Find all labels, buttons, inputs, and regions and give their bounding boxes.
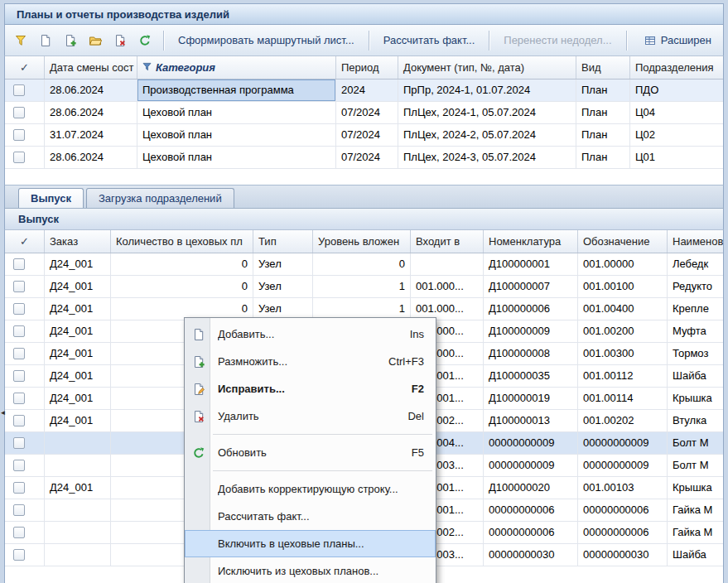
plans-cell: 31.07.2024 bbox=[45, 124, 137, 147]
row-checkbox[interactable] bbox=[13, 84, 25, 96]
output-cell: 001.00300 bbox=[578, 343, 668, 365]
output-cell: 0 bbox=[313, 253, 411, 276]
row-checkbox[interactable] bbox=[13, 460, 25, 471]
output-cell: 001.00400 bbox=[578, 298, 668, 320]
plans-column-header-3[interactable]: Документ (тип, №, дата) bbox=[398, 56, 576, 79]
generate-route-sheet-button[interactable]: Сформировать маршрутный лист... bbox=[171, 30, 361, 51]
menu-item-label: Исправить... bbox=[218, 383, 285, 395]
row-checkbox[interactable] bbox=[13, 107, 25, 118]
context-menu-item-include-in-shop-plans[interactable]: Включить в цеховые планы... bbox=[185, 530, 436, 557]
plans-row[interactable]: 28.06.2024Цеховой план07/2024ПлЦех, 2024… bbox=[5, 102, 723, 124]
plans-cell: Цеховой план bbox=[137, 102, 336, 124]
output-column-header-3[interactable]: Уровень вложен bbox=[313, 230, 411, 253]
output-cell: 001.00200 bbox=[578, 320, 668, 343]
context-menu-item-refresh[interactable]: ОбновитьF5 bbox=[185, 439, 436, 466]
row-checkbox-cell bbox=[5, 124, 45, 147]
menu-item-shortcut: Ctrl+F3 bbox=[378, 355, 424, 368]
row-checkbox-cell bbox=[5, 544, 45, 566]
output-cell: 00000000006 bbox=[484, 499, 578, 522]
menu-item-label: Обновить bbox=[218, 446, 267, 459]
filter-icon[interactable] bbox=[10, 30, 31, 51]
output-column-header-5[interactable]: Номенклатура bbox=[484, 230, 578, 253]
output-cell bbox=[45, 544, 111, 566]
open-folder-icon[interactable] bbox=[84, 30, 106, 51]
menu-separator bbox=[213, 434, 432, 435]
output-column-header-2[interactable]: Тип bbox=[253, 230, 313, 253]
output-cell: 001.000... bbox=[411, 276, 484, 298]
output-cell: 001.00202 bbox=[578, 410, 668, 432]
row-checkbox[interactable] bbox=[13, 415, 25, 426]
menu-item-shortcut: Del bbox=[398, 410, 424, 422]
output-column-header-1[interactable]: Количество в цеховых пл bbox=[111, 230, 253, 253]
output-cell bbox=[45, 499, 111, 522]
output-cell: Крышка bbox=[668, 477, 724, 499]
context-menu-item-add[interactable]: Добавить...Ins bbox=[185, 320, 436, 348]
output-cell bbox=[411, 253, 484, 276]
plans-cell: План bbox=[576, 147, 630, 169]
transfer-backlog-button[interactable]: Перенести недодел... bbox=[497, 30, 618, 51]
row-checkbox[interactable] bbox=[13, 527, 25, 538]
row-checkbox-cell bbox=[5, 365, 45, 388]
menu-item-label: Добавить... bbox=[218, 328, 274, 340]
output-column-header-6[interactable]: Обозначение bbox=[578, 230, 668, 253]
output-column-header-0[interactable]: Заказ bbox=[45, 230, 111, 253]
tab-zagruzka-podrazdeleniy[interactable]: Загрузка подразделений bbox=[86, 188, 234, 208]
toolbar-icon-group bbox=[10, 30, 156, 51]
plans-column-header-5[interactable]: Подразделения bbox=[630, 56, 724, 79]
delete-document-icon[interactable] bbox=[109, 30, 131, 51]
context-menu-item-delete[interactable]: УдалитьDel bbox=[185, 402, 436, 430]
refresh-icon[interactable] bbox=[134, 30, 156, 51]
plans-column-header-4[interactable]: Вид bbox=[576, 56, 630, 79]
calculate-fact-button[interactable]: Рассчитать факт... bbox=[377, 30, 482, 51]
row-checkbox-cell bbox=[5, 343, 45, 365]
plans-cell: ПДО bbox=[630, 80, 724, 102]
plans-row[interactable]: 28.06.2024Цеховой план07/2024ПлЦех, 2024… bbox=[5, 147, 723, 169]
plans-column-header-1[interactable]: Категория bbox=[137, 56, 336, 79]
plans-column-header-2[interactable]: Период bbox=[336, 56, 398, 79]
menu-item-label: Рассчитать факт... bbox=[218, 510, 310, 523]
extended-button[interactable]: Расширен bbox=[637, 30, 718, 51]
plans-row[interactable]: 28.06.2024Производственная программа2024… bbox=[5, 80, 723, 102]
row-checkbox[interactable] bbox=[13, 281, 25, 292]
row-checkbox[interactable] bbox=[13, 348, 25, 359]
plans-column-header-0[interactable]: Дата смены сост bbox=[45, 56, 137, 79]
row-checkbox[interactable] bbox=[13, 549, 25, 561]
new-document-icon[interactable] bbox=[35, 30, 56, 51]
output-cell: Болт М bbox=[668, 455, 724, 477]
row-checkbox[interactable] bbox=[13, 325, 25, 337]
output-cell: 0 bbox=[111, 253, 253, 276]
context-menu-item-duplicate[interactable]: Размножить...Ctrl+F3 bbox=[185, 348, 436, 375]
output-row[interactable]: Д24_0010Узел1001.000...Д100000007001.001… bbox=[5, 276, 723, 298]
output-cell: 00000000030 bbox=[484, 544, 578, 566]
row-checkbox[interactable] bbox=[13, 129, 25, 141]
output-cell: Д100000009 bbox=[484, 320, 578, 343]
row-checkbox[interactable] bbox=[13, 437, 25, 449]
context-menu-item-add-correction-row[interactable]: Добавить корректирующую строку... bbox=[185, 475, 436, 503]
select-all-column-header[interactable]: ✓ bbox=[5, 230, 45, 253]
output-cell: Болт М bbox=[668, 432, 724, 455]
output-column-header-4[interactable]: Входит в bbox=[411, 230, 484, 253]
row-checkbox[interactable] bbox=[13, 482, 25, 494]
plans-cell: 07/2024 bbox=[336, 102, 398, 124]
row-checkbox[interactable] bbox=[13, 504, 25, 516]
row-checkbox[interactable] bbox=[13, 393, 25, 404]
output-column-header-7[interactable]: Наименование bbox=[668, 230, 724, 253]
row-checkbox[interactable] bbox=[13, 370, 25, 382]
tabstrip: Выпуск Загрузка подразделений bbox=[4, 186, 724, 208]
context-menu-item-exclude-from-shop-plans[interactable]: Исключить из цеховых планов... bbox=[185, 557, 436, 583]
output-row[interactable]: Д24_0010Узел0Д100000001001.00000Лебедк bbox=[5, 253, 723, 276]
row-checkbox[interactable] bbox=[13, 152, 25, 163]
row-checkbox[interactable] bbox=[13, 258, 25, 270]
output-cell: Д100000020 bbox=[484, 477, 578, 499]
output-header-row: ✓ЗаказКоличество в цеховых плТипУровень … bbox=[5, 230, 723, 253]
window-titlebar[interactable]: Планы и отчеты производства изделий bbox=[4, 3, 724, 25]
context-menu-item-edit[interactable]: Исправить...F2 bbox=[185, 375, 436, 402]
copy-document-icon[interactable] bbox=[60, 30, 81, 51]
collapse-panel-arrow[interactable]: ◄ bbox=[0, 404, 6, 421]
output-cell: 00000000006 bbox=[578, 499, 668, 522]
select-all-column-header[interactable]: ✓ bbox=[5, 56, 45, 79]
tab-vypusk[interactable]: Выпуск bbox=[18, 188, 84, 208]
context-menu-item-calculate-fact[interactable]: Рассчитать факт... bbox=[185, 503, 436, 530]
plans-row[interactable]: 31.07.2024Цеховой план07/2024ПлЦех, 2024… bbox=[5, 124, 723, 147]
row-checkbox[interactable] bbox=[13, 303, 25, 315]
